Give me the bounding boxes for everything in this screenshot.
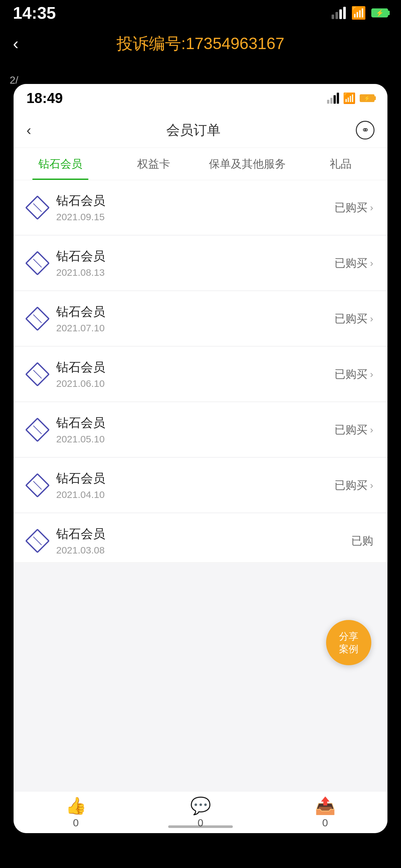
diamond-icon xyxy=(28,309,47,329)
order-status: 已购 xyxy=(351,533,373,548)
diamond-icon xyxy=(28,531,47,551)
complaint-header: ‹ 投诉编号:17354963167 xyxy=(0,26,401,61)
inner-wifi-icon: 📶 xyxy=(343,92,356,104)
tab-gifts[interactable]: 礼品 xyxy=(294,148,388,180)
share-count: 0 xyxy=(322,817,328,829)
order-status: 已购买 › xyxy=(335,478,373,493)
headset-icon: ⚭ xyxy=(361,124,369,135)
order-chevron-icon: › xyxy=(370,202,373,213)
order-chevron-icon: › xyxy=(370,313,373,324)
order-status-label: 已购买 xyxy=(335,200,367,215)
diamond-icon xyxy=(28,198,47,217)
nav-back-button[interactable]: ‹ xyxy=(27,122,31,138)
order-name: 钻石会员 xyxy=(56,248,105,265)
order-name: 钻石会员 xyxy=(56,304,105,320)
outer-status-bar: 14:35 📶 ⚡ xyxy=(0,0,401,26)
page-counter: 2/ xyxy=(10,74,19,86)
complaint-number: 投诉编号:17354963167 xyxy=(117,33,284,55)
order-info: 钻石会员 2021.07.10 xyxy=(56,304,105,334)
inner-battery-icon: ⚡ xyxy=(360,94,374,102)
order-date: 2021.05.10 xyxy=(56,434,105,445)
order-name: 钻石会员 xyxy=(56,470,105,487)
order-item-left: 钻石会员 2021.07.10 xyxy=(28,304,105,334)
table-row[interactable]: 钻石会员 2021.05.10 已购买 › xyxy=(13,402,388,457)
inner-status-bar: 18:49 📶 ⚡ xyxy=(13,84,388,113)
diamond-icon xyxy=(28,420,47,439)
order-name: 钻石会员 xyxy=(56,414,105,431)
order-chevron-icon: › xyxy=(370,480,373,491)
comment-icon-wrap: 💬 xyxy=(190,796,211,816)
order-date: 2021.06.10 xyxy=(56,378,105,389)
table-row[interactable]: 钻石会员 2021.03.08 已购 xyxy=(13,514,388,562)
order-chevron-icon: › xyxy=(370,369,373,380)
tab-active-indicator xyxy=(32,179,89,180)
order-status-label: 已购买 xyxy=(335,478,367,493)
inner-time: 18:49 xyxy=(27,90,63,106)
order-item-left: 钻石会员 2021.08.13 xyxy=(28,248,105,278)
phone-card: 18:49 📶 ⚡ ‹ 会员订单 ⚭ 钻石会员 xyxy=(13,84,388,833)
comment-icon: 💬 xyxy=(190,796,211,816)
table-row[interactable]: 钻石会员 2021.09.15 已购买 › xyxy=(13,180,388,235)
order-item-left: 钻石会员 2021.03.08 xyxy=(28,526,105,556)
tab-insurance-label: 保单及其他服务 xyxy=(209,157,286,172)
tab-diamond[interactable]: 钻石会员 xyxy=(13,148,107,180)
tab-rights-label: 权益卡 xyxy=(137,157,170,172)
outer-signal-icon xyxy=(332,7,346,19)
table-row[interactable]: 钻石会员 2021.08.13 已购买 › xyxy=(13,236,388,290)
tab-gifts-label: 礼品 xyxy=(330,157,351,172)
comment-button[interactable]: 💬 0 xyxy=(190,796,211,829)
home-indicator xyxy=(168,826,233,828)
diamond-icon xyxy=(28,253,47,273)
like-count: 0 xyxy=(73,817,79,829)
order-item-left: 钻石会员 2021.04.10 xyxy=(28,470,105,500)
order-info: 钻石会员 2021.08.13 xyxy=(56,248,105,278)
order-status-label: 已购买 xyxy=(335,423,367,437)
like-icon-wrap: 👍 xyxy=(66,796,87,816)
order-date: 2021.08.13 xyxy=(56,267,105,278)
tab-rights[interactable]: 权益卡 xyxy=(107,148,201,180)
order-status-label: 已购买 xyxy=(335,311,367,326)
like-button[interactable]: 👍 0 xyxy=(66,796,87,829)
table-row[interactable]: 钻石会员 2021.06.10 已购买 › xyxy=(13,347,388,402)
outer-shell: 14:35 📶 ⚡ ‹ 投诉编号:17354963167 2/ 18:49 📶 xyxy=(0,0,401,61)
order-info: 钻石会员 2021.06.10 xyxy=(56,359,105,389)
order-info: 钻石会员 2021.05.10 xyxy=(56,414,105,445)
outer-battery-icon: ⚡ xyxy=(371,8,388,18)
tabs-bar: 钻石会员 权益卡 保单及其他服务 礼品 xyxy=(13,148,388,180)
tab-diamond-label: 钻石会员 xyxy=(38,157,82,172)
order-status: 已购买 › xyxy=(335,423,373,437)
order-info: 钻石会员 2021.09.15 xyxy=(56,192,105,222)
share-button[interactable]: 📤 0 xyxy=(315,796,336,829)
share-icon-wrap: 📤 xyxy=(315,796,336,816)
outer-status-icons: 📶 ⚡ xyxy=(332,6,388,20)
order-date: 2021.07.10 xyxy=(56,322,105,334)
table-row[interactable]: 钻石会员 2021.04.10 已购买 › xyxy=(13,458,388,513)
order-status: 已购买 › xyxy=(335,367,373,382)
order-date: 2021.04.10 xyxy=(56,489,105,500)
nav-title: 会员订单 xyxy=(166,121,220,139)
order-chevron-icon: › xyxy=(370,424,373,435)
order-name: 钻石会员 xyxy=(56,359,105,376)
share-label-line1: 分享 xyxy=(339,630,359,643)
inner-icons: 📶 ⚡ xyxy=(327,92,374,104)
outer-time: 14:35 xyxy=(13,3,56,23)
diamond-icon xyxy=(28,476,47,495)
order-item-left: 钻石会员 2021.05.10 xyxy=(28,414,105,445)
order-date: 2021.09.15 xyxy=(56,212,105,222)
headset-button[interactable]: ⚭ xyxy=(356,121,374,140)
outer-back-button[interactable]: ‹ xyxy=(13,34,19,53)
order-status-label: 已购买 xyxy=(335,256,367,271)
share-icon: 📤 xyxy=(315,796,336,816)
table-row[interactable]: 钻石会员 2021.07.10 已购买 › xyxy=(13,291,388,346)
outer-wifi-icon: 📶 xyxy=(351,6,366,20)
order-list: 钻石会员 2021.09.15 已购买 › xyxy=(13,180,388,562)
order-status: 已购买 › xyxy=(335,200,373,215)
order-list-area: 钻石会员 2021.09.15 已购买 › xyxy=(13,180,388,791)
share-case-button[interactable]: 分享 案例 xyxy=(326,620,371,665)
order-info: 钻石会员 2021.03.08 xyxy=(56,526,105,556)
order-date: 2021.03.08 xyxy=(56,545,105,556)
order-item-left: 钻石会员 2021.06.10 xyxy=(28,359,105,389)
share-label-line2: 案例 xyxy=(339,643,359,655)
order-status-label: 已购买 xyxy=(335,367,367,382)
tab-insurance[interactable]: 保单及其他服务 xyxy=(201,148,294,180)
